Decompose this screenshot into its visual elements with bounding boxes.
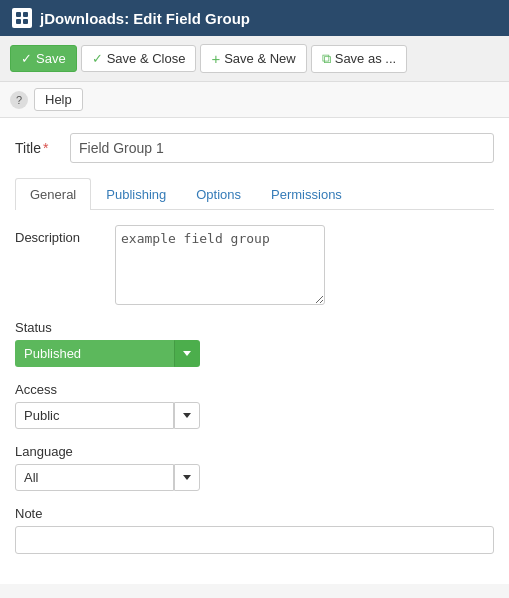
- save-close-button[interactable]: ✓ Save & Close: [81, 45, 197, 72]
- language-section: Language All English: [15, 444, 494, 491]
- title-label: Title*: [15, 140, 70, 156]
- chevron-down-icon: [183, 413, 191, 418]
- chevron-down-icon: [183, 475, 191, 480]
- svg-rect-1: [23, 12, 28, 17]
- toolbar: ✓ Save ✓ Save & Close + Save & New ⧉ Sav…: [0, 36, 509, 82]
- content-area: Title* General Publishing Options Permis…: [0, 118, 509, 584]
- language-dropdown-group: All English: [15, 464, 200, 491]
- save-close-check-icon: ✓: [92, 51, 103, 66]
- access-label: Access: [15, 382, 494, 397]
- help-button[interactable]: Help: [34, 88, 83, 111]
- access-section: Access Public Registered Special: [15, 382, 494, 429]
- puzzle-icon: [12, 8, 32, 28]
- title-field-row: Title*: [15, 133, 494, 163]
- save-button[interactable]: ✓ Save: [10, 45, 77, 72]
- description-textarea[interactable]: [115, 225, 325, 305]
- page-title: jDownloads: Edit Field Group: [40, 10, 250, 27]
- tab-permissions[interactable]: Permissions: [256, 178, 357, 210]
- help-bar: ? Help: [0, 82, 509, 118]
- note-section: Note: [15, 506, 494, 554]
- status-dropdown-group: Published Unpublished: [15, 340, 200, 367]
- note-label: Note: [15, 506, 494, 521]
- svg-rect-2: [16, 19, 21, 24]
- required-marker: *: [43, 140, 48, 156]
- save-check-icon: ✓: [21, 51, 32, 66]
- title-input[interactable]: [70, 133, 494, 163]
- status-dropdown-toggle[interactable]: [174, 340, 200, 367]
- language-select[interactable]: All English: [15, 464, 174, 491]
- tab-general[interactable]: General: [15, 178, 91, 210]
- chevron-down-icon: [183, 351, 191, 356]
- tab-bar: General Publishing Options Permissions: [15, 178, 494, 210]
- access-dropdown-group: Public Registered Special: [15, 402, 200, 429]
- status-label: Status: [15, 320, 494, 335]
- status-section: Status Published Unpublished: [15, 320, 494, 367]
- access-dropdown-toggle[interactable]: [174, 402, 200, 429]
- svg-rect-0: [16, 12, 21, 17]
- status-select[interactable]: Published Unpublished: [15, 340, 174, 367]
- language-label: Language: [15, 444, 494, 459]
- svg-rect-3: [23, 19, 28, 24]
- help-circle-icon: ?: [10, 91, 28, 109]
- access-select[interactable]: Public Registered Special: [15, 402, 174, 429]
- save-new-plus-icon: +: [211, 50, 220, 67]
- note-input[interactable]: [15, 526, 494, 554]
- save-as-button[interactable]: ⧉ Save as ...: [311, 45, 407, 73]
- description-row: Description: [15, 225, 494, 305]
- title-bar: jDownloads: Edit Field Group: [0, 0, 509, 36]
- save-new-button[interactable]: + Save & New: [200, 44, 306, 73]
- language-dropdown-toggle[interactable]: [174, 464, 200, 491]
- description-label: Description: [15, 225, 105, 245]
- tab-publishing[interactable]: Publishing: [91, 178, 181, 210]
- tab-options[interactable]: Options: [181, 178, 256, 210]
- save-as-copy-icon: ⧉: [322, 51, 331, 67]
